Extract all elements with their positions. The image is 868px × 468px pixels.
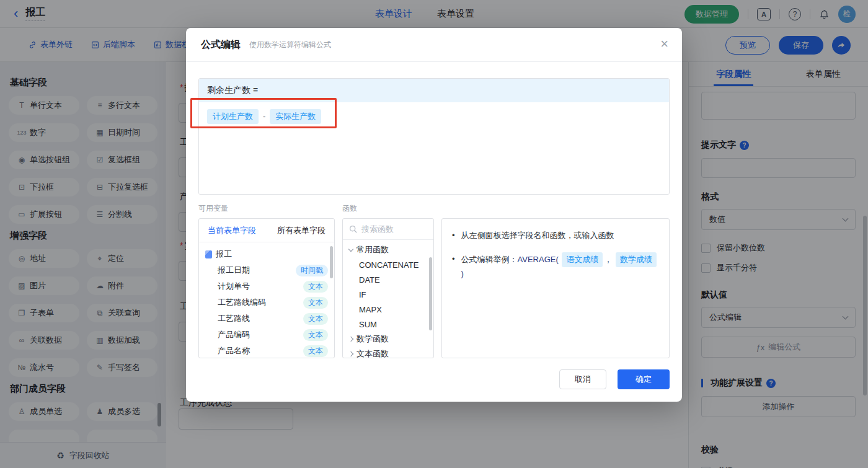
panels-row: 当前表单字段 所有表单字段 报工 报工日期 时间戳 计划单号 [198, 218, 670, 358]
variable-row[interactable]: 报工日期 时间戳 [199, 262, 334, 278]
minus-operator: - [263, 112, 265, 121]
tip-example-close: ) [461, 269, 464, 278]
tip-line-1: 从左侧面板选择字段名和函数，或输入函数 [452, 229, 659, 242]
variable-type-badge: 文本 [303, 329, 328, 341]
modal-footer: 取消 确定 [198, 369, 670, 389]
form-doc-icon [205, 250, 212, 258]
variable-row[interactable]: 工艺路线 文本 [199, 311, 334, 327]
variable-row[interactable]: 计划单号 文本 [199, 278, 334, 294]
variables-scrollbar-thumb[interactable] [330, 246, 333, 278]
variable-name: 产品编码 [205, 329, 303, 340]
function-group-math[interactable]: 数学函数 [343, 332, 433, 347]
tab-all-form-fields[interactable]: 所有表单字段 [277, 225, 326, 236]
tab-current-form-fields[interactable]: 当前表单字段 [208, 225, 256, 236]
group-label: 文本函数 [356, 348, 389, 358]
cancel-button[interactable]: 取消 [559, 369, 606, 389]
chevron-right-icon [348, 337, 353, 342]
tip-line-2: 公式编辑举例：AVERAGE( 语文成绩， 数学成绩 ) [452, 252, 659, 281]
formula-editor: 剩余生产数 = 计划生产数-实际生产数 [198, 78, 670, 195]
variable-type-badge: 文本 [303, 313, 328, 325]
variable-type-badge: 文本 [303, 281, 328, 293]
variables-panel: 当前表单字段 所有表单字段 报工 报工日期 时间戳 计划单号 [198, 218, 335, 358]
search-placeholder: 搜索函数 [361, 224, 394, 235]
functions-panel: 搜索函数 常用函数 CONCATENATE DATE IF MAPX SUM [342, 218, 434, 358]
confirm-button[interactable]: 确定 [618, 369, 670, 389]
group-label: 数学函数 [356, 333, 389, 345]
variable-type-badge: 文本 [303, 297, 328, 309]
close-icon[interactable]: × [660, 37, 668, 51]
function-group-text[interactable]: 文本函数 [343, 347, 433, 358]
function-tree: 常用函数 CONCATENATE DATE IF MAPX SUM 数学函数 [343, 240, 433, 358]
panel-labels: 可用变量 函数 [198, 203, 670, 214]
formula-edit-modal: 公式编辑 使用数学运算符编辑公式 × 剩余生产数 = 计划生产数-实际生产数 可… [186, 28, 682, 402]
variable-name: 产品名称 [205, 345, 303, 356]
variables-tabs: 当前表单字段 所有表单字段 [199, 219, 334, 242]
example-field-chip: 数学成绩 [616, 252, 657, 267]
functions-label: 函数 [342, 203, 357, 214]
variable-type-badge: 文本 [303, 345, 328, 357]
formula-field-chip[interactable]: 计划生产数 [207, 109, 259, 124]
app-root: ‹ 报工 表单设计 表单设置 数据管理 A ? 检 表单外链 [0, 0, 868, 468]
tip-example-prefix: 公式编辑举例： [461, 255, 518, 264]
variable-name: 报工日期 [205, 265, 296, 276]
variable-root-row[interactable]: 报工 [199, 246, 334, 262]
search-icon [349, 225, 357, 233]
variables-label: 可用变量 [198, 203, 342, 214]
formula-tips-panel: 从左侧面板选择字段名和函数，或输入函数 公式编辑举例：AVERAGE( 语文成绩… [441, 218, 670, 358]
variables-list: 报工 报工日期 时间戳 计划单号 文本 工艺路线编码 文本 [199, 242, 334, 358]
function-item[interactable]: DATE [343, 272, 433, 287]
formula-target: 剩余生产数 = [199, 79, 669, 102]
chevron-right-icon [348, 351, 353, 356]
modal-subtitle: 使用数学运算符编辑公式 [249, 40, 331, 50]
modal-title: 公式编辑 [201, 38, 241, 51]
function-item[interactable]: SUM [343, 317, 433, 332]
variable-name: 报工 [212, 249, 328, 260]
formula-field-chip[interactable]: 实际生产数 [270, 109, 321, 124]
tip-example-function: AVERAGE( [518, 255, 559, 264]
variable-type-badge: 时间戳 [296, 265, 328, 276]
variable-row[interactable]: 产品编码 文本 [199, 327, 334, 343]
comma: ， [604, 255, 612, 264]
variable-name: 计划单号 [205, 281, 303, 292]
modal-body: 剩余生产数 = 计划生产数-实际生产数 可用变量 函数 当前表单字段 所有表单字… [186, 62, 682, 389]
function-item[interactable]: CONCATENATE [343, 257, 433, 272]
modal-header: 公式编辑 使用数学运算符编辑公式 × [186, 28, 682, 62]
function-item[interactable]: MAPX [343, 302, 433, 317]
chevron-down-icon [348, 246, 353, 251]
variable-row[interactable]: 产品名称 文本 [199, 343, 334, 358]
example-field-chip: 语文成绩 [562, 252, 603, 267]
functions-scrollbar-thumb[interactable] [429, 257, 432, 330]
function-group-common[interactable]: 常用函数 [343, 242, 433, 257]
function-search[interactable]: 搜索函数 [343, 219, 433, 240]
function-item[interactable]: IF [343, 287, 433, 302]
variable-row[interactable]: 工艺路线编码 文本 [199, 294, 334, 311]
variable-name: 工艺路线 [205, 313, 303, 324]
formula-input-area[interactable]: 计划生产数-实际生产数 [199, 102, 669, 194]
variable-name: 工艺路线编码 [205, 297, 303, 308]
group-label: 常用函数 [356, 244, 389, 255]
